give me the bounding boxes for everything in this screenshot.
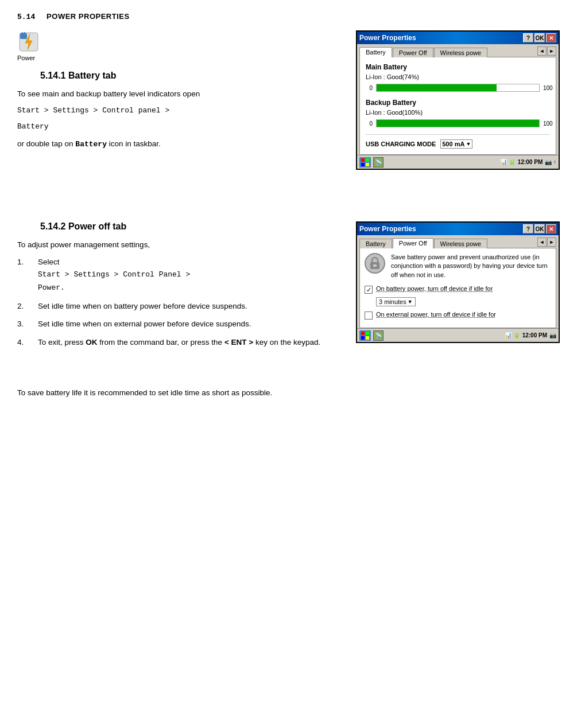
svg-rect-2 [20,33,27,39]
checkbox-2-label: On external power, turn off device if id… [376,311,496,318]
tab-battery[interactable]: Battery [359,47,392,57]
ok-button[interactable]: OK [534,33,545,42]
step-4: 4. To exit, press OK from the command ba… [17,336,339,349]
help-button[interactable]: ? [523,33,533,42]
backup-battery-fill [377,120,539,127]
window-2: Power Properties ? OK ✕ Battery Power Of… [356,221,563,343]
step-2: 2. Set idle time when on battery power b… [17,300,339,313]
main-battery-bar-row: 0 100 [366,84,550,92]
w2-help-button[interactable]: ? [523,224,533,233]
svg-rect-4 [24,32,25,34]
taskbar-right: 📊 🔋 12:00 PM 📷 ↑ [500,159,556,165]
w2-tab-scroll: ◄ ► [537,238,556,248]
footer-note: To save battery life it is recommended t… [17,387,568,399]
w2-scroll-left-btn[interactable]: ◄ [537,238,547,247]
step-1: 1. Select Start > Settings > Control Pan… [17,256,339,294]
power-icon-area: Power [17,30,339,61]
scroll-right-btn[interactable]: ► [547,46,556,56]
checkbox-2[interactable] [365,312,373,320]
checkbox-1[interactable]: ✓ [365,286,373,294]
scroll-left-btn[interactable]: ◄ [537,46,547,56]
main-battery-bar [376,84,540,92]
window-2-tabs: Battery Power Off Wireless powe ◄ ► [357,235,559,248]
minutes-value: 3 minutes [379,298,406,305]
w2-tab-power-off[interactable]: Power Off [393,238,433,248]
step-1-path2: Power. [38,283,65,292]
dropdown-1-row: 3 minutes ▼ [376,297,551,306]
window-1-content: Main Battery Li-Ion : Good(74%) 0 100 Ba… [359,57,556,155]
spacer-3 [17,360,568,377]
usb-value: 500 mA [442,141,464,147]
section-2-left: 5.14.2 Power off tab To adjust power man… [17,221,339,355]
w2-ok-button[interactable]: OK [534,224,545,233]
window-1-title: Power Properties [359,34,416,42]
step-1-num: 1. [17,256,29,294]
spacer-2 [17,204,568,221]
usb-dropdown-arrow: ▼ [466,141,471,147]
svg-rect-5 [361,158,365,162]
section-1-left: Power 5.14.1 Battery tab To see main and… [17,30,339,155]
tab-power-off[interactable]: Power Off [393,48,433,57]
section-2-para1: To adjust power management settings, [17,239,339,251]
step-3-num: 3. [17,318,29,330]
power-label: Power [17,54,35,61]
backup-battery-bar-row: 0 100 [366,119,550,127]
section-1-layout: Power 5.14.1 Battery tab To see main and… [17,30,568,170]
section-1-subheading: 5.14.1 Battery tab [17,71,339,81]
window-1-tabs: Battery Power Off Wireless powe ◄ ► [357,44,559,57]
section-2-subheading: 5.14.2 Power off tab [17,221,339,232]
svg-rect-12 [366,332,369,335]
usb-label: USB CHARGING MODE [366,141,436,147]
step-3: 3. Set idle time when on external power … [17,318,339,330]
checkmark-1: ✓ [366,286,371,294]
ok-bold: OK [86,338,97,347]
w2-tab-battery[interactable]: Battery [359,239,392,248]
battery-icon-label: Battery [75,140,107,149]
tab-wireless[interactable]: Wireless powe [434,48,488,57]
minutes-dropdown[interactable]: 3 minutes ▼ [376,297,416,306]
w2-taskbar-right: 📊 🔋 12:00 PM 📷 [505,332,556,338]
section-1-path2: Battery [17,121,339,133]
window-2-titlebar: Power Properties ? OK ✕ [357,223,559,235]
tab-scroll: ◄ ► [537,46,556,57]
checkbox-1-row: ✓ On battery power, turn off device if i… [365,285,551,294]
main-battery-info: Li-Ion : Good(74%) [366,73,550,80]
usb-select[interactable]: 500 mA ▼ [440,139,472,149]
window-1-buttons: ? OK ✕ [523,33,556,42]
backup-battery-bar [376,119,540,127]
checkbox-2-row: On external power, turn off device if id… [365,311,551,320]
svg-rect-14 [366,336,369,340]
w2-taskbar-icon-2[interactable]: 📡 [373,330,383,341]
main-battery-fill [377,84,497,91]
spacer-1 [17,176,568,204]
window-1-taskbar: 📡 📊 🔋 12:00 PM 📷 ↑ [357,155,559,169]
backup-bar-max: 100 [543,120,550,127]
main-bar-min: 0 [366,85,373,91]
section-1-para1: To see main and backup battery level ind… [17,88,339,100]
window-2-buttons: ? OK ✕ [523,224,556,233]
checkbox-1-label: On battery power, turn off device if idl… [376,285,493,292]
svg-rect-11 [361,332,365,335]
section-1-para2: or double tap on Battery icon in taskbar… [17,138,339,151]
step-3-content: Set idle time when on external power bef… [38,318,339,330]
usb-row: USB CHARGING MODE 500 mA ▼ [366,134,550,149]
w2-taskbar-icon-extra: 📷 [549,332,556,338]
w2-close-button[interactable]: ✕ [546,224,556,233]
taskbar-icon-extra: 📷 ↑ [545,159,556,165]
step-2-num: 2. [17,300,29,313]
backup-bar-min: 0 [366,120,373,127]
close-button[interactable]: ✕ [546,33,556,42]
window-2-title: Power Properties [359,225,416,233]
svg-rect-3 [22,32,23,34]
w2-tab-wireless[interactable]: Wireless powe [434,239,488,248]
w2-scroll-right-btn[interactable]: ► [547,238,556,247]
main-battery-title: Main Battery [366,63,550,71]
w2-taskbar-icons-right: 📊 🔋 [505,332,520,338]
main-bar-max: 100 [543,85,550,91]
step-1-content: Select Start > Settings > Control Panel … [38,256,339,294]
w2-start-icon[interactable] [359,330,371,341]
taskbar-icon-2[interactable]: 📡 [373,157,383,168]
info-icon-row: Save battery power and prevent unauthori… [365,253,551,279]
step-1-path: Start > Settings > Control Panel > [38,270,190,279]
start-icon[interactable] [359,157,371,168]
